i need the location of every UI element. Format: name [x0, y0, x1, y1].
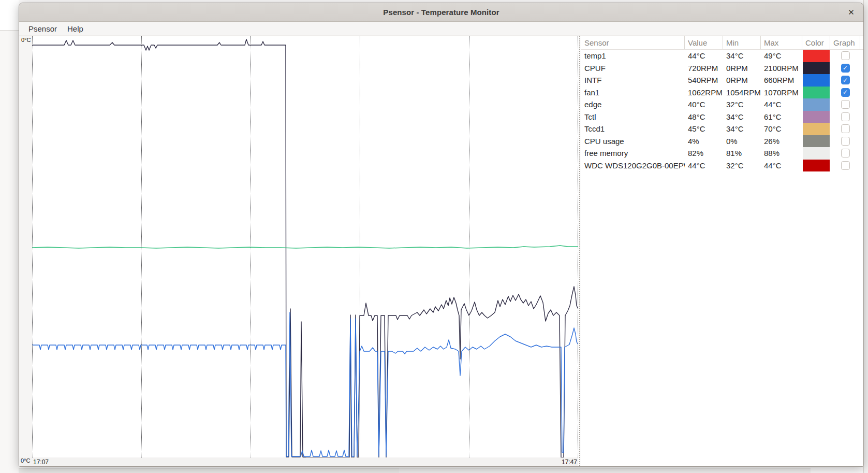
y-axis-top-label: 0°C	[21, 37, 31, 43]
sensor-name-cell: free memory	[581, 147, 685, 160]
sensor-color-cell	[802, 62, 830, 75]
sensor-color-cell	[802, 123, 830, 135]
sensor-name-cell: temp1	[581, 50, 685, 62]
close-icon: ✕	[848, 8, 855, 17]
sensor-color-cell	[802, 135, 830, 148]
background-window-left-top	[0, 0, 19, 31]
sensor-color-cell	[802, 50, 830, 62]
sensor-graph-cell: ✓	[830, 160, 860, 172]
checkmark-icon: ✓	[843, 65, 848, 71]
titlebar[interactable]: Psensor - Temperature Monitor ✕	[19, 3, 863, 22]
column-header-min[interactable]: Min	[723, 36, 761, 49]
background-window-right	[863, 0, 868, 473]
color-swatch	[803, 135, 830, 148]
color-swatch	[803, 123, 830, 135]
sensor-value-cell: 44°C	[685, 50, 723, 62]
graph-checkbox[interactable]: ✓	[841, 100, 850, 109]
sensor-name-cell: WDC WDS120G2G0B-00EPW0	[581, 160, 685, 172]
table-row[interactable]: WDC WDS120G2G0B-00EPW0 44°C 32°C 44°C ✓	[581, 160, 863, 172]
sensor-name-cell: CPUF	[581, 62, 685, 75]
graph-checkbox[interactable]: ✓	[841, 88, 850, 97]
table-body: temp1 44°C 34°C 49°C ✓ CPUF 720RPM 0RPM …	[581, 50, 863, 171]
sensor-max-cell: 61°C	[761, 111, 802, 123]
column-header-value[interactable]: Value	[685, 36, 723, 49]
table-row[interactable]: CPU usage 4% 0% 26% ✓	[581, 135, 863, 148]
table-header: Sensor Value Min Max Color Graph	[581, 36, 863, 50]
time-end-label: 17:47	[562, 458, 577, 466]
sensor-min-cell: 0RPM	[723, 62, 761, 75]
sensor-value-cell: 540RPM	[685, 74, 723, 87]
graph-pane: 0°C 0°C 17:07 17:47	[19, 36, 578, 466]
sensor-value-cell: 40°C	[685, 98, 723, 111]
sensor-max-cell: 1070RPM	[761, 87, 802, 99]
graph-checkbox[interactable]: ✓	[841, 124, 850, 133]
sensor-name-cell: INTF	[581, 74, 685, 87]
psensor-window: Psensor - Temperature Monitor ✕ Psensor …	[19, 3, 864, 467]
color-swatch	[803, 74, 830, 87]
main-content: 0°C 0°C 17:07 17:47 Sensor Value Min Max…	[19, 36, 863, 466]
menu-item-psensor[interactable]: Psensor	[23, 22, 62, 35]
window-title: Psensor - Temperature Monitor	[383, 8, 499, 17]
y-axis-bottom-label: 0°C	[21, 457, 30, 464]
series-line-INTF	[32, 312, 578, 456]
sensor-min-cell: 34°C	[723, 123, 761, 135]
sensor-min-cell: 1054RPM	[723, 87, 761, 99]
graph-bottom-strip: 0°C 17:07 17:47	[19, 457, 578, 466]
column-header-graph[interactable]: Graph	[830, 36, 860, 49]
graph-checkbox[interactable]: ✓	[841, 137, 850, 146]
column-header-color[interactable]: Color	[802, 36, 830, 49]
sensor-value-cell: 720RPM	[685, 62, 723, 75]
sensor-max-cell: 660RPM	[761, 74, 802, 87]
sensor-color-cell	[802, 98, 830, 111]
color-swatch	[803, 147, 830, 160]
sensor-value-cell: 44°C	[685, 160, 723, 172]
sensor-name-cell: Tctl	[581, 111, 685, 123]
sensor-min-cell: 32°C	[723, 98, 761, 111]
sensor-graph-cell: ✓	[830, 111, 860, 123]
sensor-graph-cell: ✓	[830, 98, 860, 111]
sensor-table-pane: Sensor Value Min Max Color Graph temp1 4…	[581, 36, 863, 466]
menu-item-help[interactable]: Help	[62, 22, 89, 35]
sensor-name-cell: CPU usage	[581, 135, 685, 148]
sensor-color-cell	[802, 160, 830, 172]
graph-checkbox[interactable]: ✓	[841, 112, 850, 121]
sensor-graph-plot	[32, 36, 578, 458]
sensor-min-cell: 32°C	[723, 160, 761, 172]
sensor-color-cell	[802, 111, 830, 123]
sensor-max-cell: 26%	[761, 135, 802, 148]
sensor-graph-cell: ✓	[830, 62, 860, 75]
table-row[interactable]: free memory 82% 81% 88% ✓	[581, 147, 863, 160]
table-row[interactable]: INTF 540RPM 0RPM 660RPM ✓	[581, 74, 863, 87]
sensor-min-cell: 0RPM	[723, 74, 761, 87]
color-swatch	[803, 160, 830, 172]
graph-checkbox[interactable]: ✓	[841, 51, 850, 60]
sensor-value-cell: 82%	[685, 147, 723, 160]
column-header-sensor[interactable]: Sensor	[581, 36, 685, 49]
sensor-value-cell: 1062RPM	[685, 87, 723, 99]
sensor-max-cell: 49°C	[761, 50, 802, 62]
column-header-max[interactable]: Max	[761, 36, 802, 49]
gridline	[251, 36, 251, 458]
table-row[interactable]: fan1 1062RPM 1054RPM 1070RPM ✓	[581, 87, 863, 99]
sensor-value-cell: 45°C	[685, 123, 723, 135]
table-row[interactable]: edge 40°C 32°C 44°C ✓	[581, 98, 863, 111]
series-line-CPUF	[32, 39, 578, 457]
series-line-fan1	[32, 246, 578, 248]
sensor-color-cell	[802, 87, 830, 99]
graph-checkbox[interactable]: ✓	[841, 149, 850, 157]
sensor-max-cell: 44°C	[761, 98, 802, 111]
table-row[interactable]: temp1 44°C 34°C 49°C ✓	[581, 50, 863, 62]
close-button[interactable]: ✕	[844, 5, 858, 19]
sensor-name-cell: edge	[581, 98, 685, 111]
sensor-graph-cell: ✓	[830, 147, 860, 160]
table-row[interactable]: Tccd1 45°C 34°C 70°C ✓	[581, 123, 863, 135]
sensor-min-cell: 81%	[723, 147, 761, 160]
graph-checkbox[interactable]: ✓	[841, 76, 850, 84]
table-row[interactable]: CPUF 720RPM 0RPM 2100RPM ✓	[581, 62, 863, 75]
graph-svg	[32, 36, 578, 458]
graph-checkbox[interactable]: ✓	[841, 161, 850, 170]
table-row[interactable]: Tctl 48°C 34°C 61°C ✓	[581, 111, 863, 123]
graph-checkbox[interactable]: ✓	[841, 64, 850, 73]
sensor-value-cell: 48°C	[685, 111, 723, 123]
color-swatch	[803, 87, 830, 99]
